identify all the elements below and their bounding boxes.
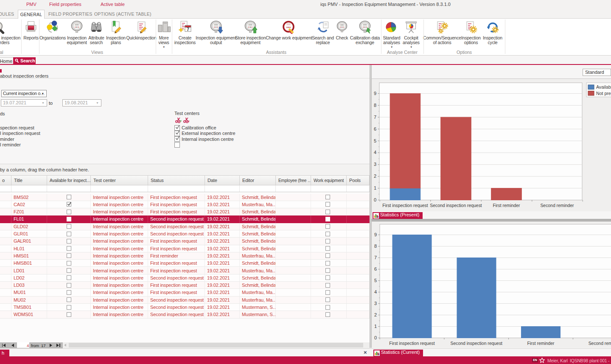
svg-text:Second reminder: Second reminder [589, 341, 611, 346]
svg-text:First reminder: First reminder [527, 341, 555, 346]
svg-text:0: 0 [374, 335, 377, 340]
svg-text:3: 3 [374, 162, 376, 167]
svg-text:8: 8 [374, 244, 377, 249]
svg-text:6: 6 [374, 126, 376, 132]
svg-text:Second inspection request: Second inspection request [430, 203, 482, 208]
svg-text:6: 6 [374, 266, 377, 272]
svg-text:1: 1 [374, 324, 377, 329]
svg-text:First inspection request: First inspection request [382, 203, 428, 208]
svg-text:01.80: 01.80 [76, 24, 78, 25]
svg-text:01.80: 01.80 [215, 24, 218, 25]
svg-text:8: 8 [374, 103, 376, 108]
svg-text:9: 9 [374, 91, 376, 96]
svg-text:9: 9 [374, 232, 377, 237]
svg-text:Available: Available [596, 84, 611, 90]
svg-text:7: 7 [374, 115, 376, 120]
svg-text:4: 4 [374, 289, 377, 294]
svg-text:First inspection request: First inspection request [389, 341, 435, 346]
svg-text:Not present: Not present [596, 91, 611, 96]
svg-text:First reminder: First reminder [493, 203, 520, 208]
svg-text:5: 5 [374, 278, 377, 283]
svg-text:Second reminder: Second reminder [540, 203, 574, 208]
svg-text:4: 4 [374, 150, 376, 155]
svg-text:1: 1 [374, 185, 376, 190]
svg-text:2: 2 [374, 174, 376, 179]
svg-text:01.80: 01.80 [364, 24, 367, 25]
svg-text:7: 7 [374, 255, 377, 260]
svg-text:01.80: 01.80 [249, 24, 252, 25]
svg-text:3: 3 [374, 301, 377, 306]
svg-text:5: 5 [374, 138, 376, 143]
svg-text:0: 0 [374, 197, 376, 202]
svg-text:2: 2 [374, 312, 377, 317]
svg-text:Second inspection request: Second inspection request [451, 341, 503, 346]
